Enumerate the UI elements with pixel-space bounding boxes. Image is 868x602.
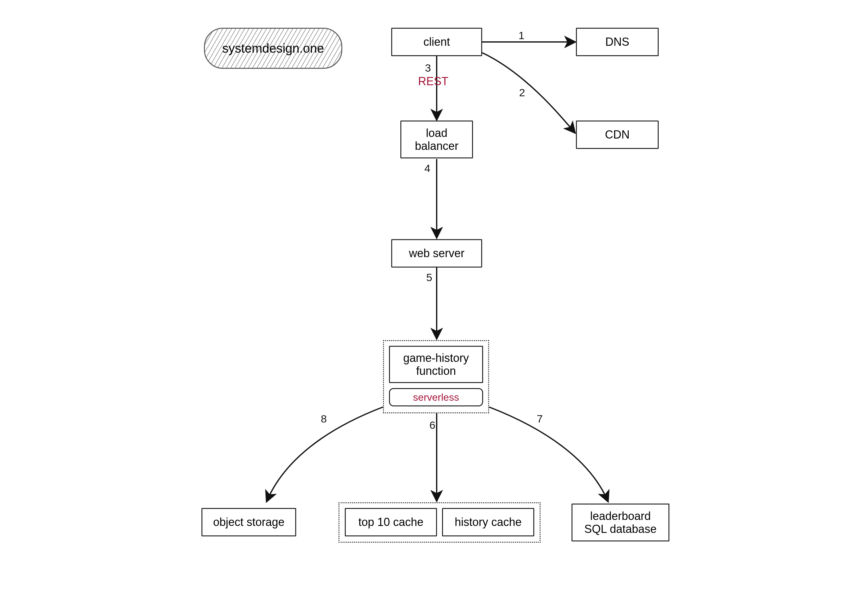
- tag-serverless-label: serverless: [413, 392, 459, 403]
- edge-label-6: 6: [429, 420, 436, 430]
- edge-label-rest: REST: [418, 76, 448, 87]
- node-object-storage: object storage: [202, 508, 296, 536]
- node-history-cache-label: history cache: [455, 516, 522, 528]
- edge-label-1: 1: [519, 30, 525, 41]
- node-client-label: client: [423, 35, 450, 48]
- edge-2: [482, 53, 575, 132]
- edge-7: [489, 407, 608, 501]
- edge-label-2: 2: [519, 87, 525, 98]
- architecture-diagram: systemdesign.one client DNS CDN load bal…: [0, 0, 868, 602]
- node-dns-label: DNS: [605, 35, 629, 48]
- node-leaderboard-db: leaderboard SQL database: [571, 504, 669, 541]
- node-history-cache: history cache: [442, 508, 534, 536]
- node-client: client: [391, 28, 482, 56]
- node-cdn-label: CDN: [605, 128, 629, 141]
- node-top10-cache-label: top 10 cache: [359, 516, 423, 528]
- edge-label-3: 3: [425, 63, 431, 73]
- node-load-balancer-label: load balancer: [415, 126, 459, 153]
- node-web-server-label: web server: [409, 247, 465, 260]
- edge-label-7: 7: [537, 413, 543, 424]
- node-dns: DNS: [576, 28, 659, 56]
- node-game-history-label: game-history function: [403, 352, 469, 378]
- edge-label-4: 4: [424, 163, 430, 174]
- node-top10-cache: top 10 cache: [345, 508, 437, 536]
- node-object-storage-label: object storage: [213, 516, 285, 528]
- node-game-history: game-history function: [389, 346, 483, 383]
- node-cdn: CDN: [576, 121, 659, 149]
- node-load-balancer: load balancer: [400, 121, 473, 158]
- tag-serverless: serverless: [389, 388, 483, 406]
- watermark-badge: systemdesign.one: [204, 28, 342, 69]
- watermark-text: systemdesign.one: [222, 41, 324, 55]
- edge-label-8: 8: [321, 413, 327, 424]
- edge-label-5: 5: [426, 272, 432, 283]
- node-web-server: web server: [391, 239, 482, 267]
- node-leaderboard-db-label: leaderboard SQL database: [585, 510, 657, 536]
